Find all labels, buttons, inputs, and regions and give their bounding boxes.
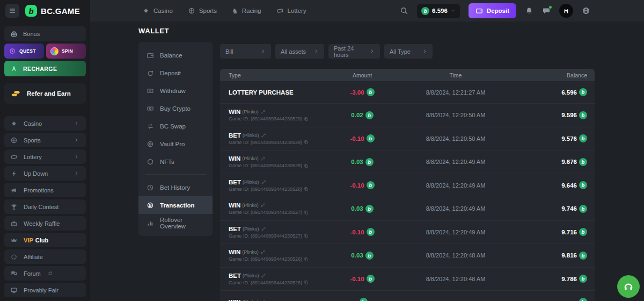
refer-and-earn-button[interactable]: Refer and Earn bbox=[4, 83, 86, 104]
sidebar-item-provably-fair[interactable]: Provably Fair bbox=[4, 283, 86, 297]
wallet-nav-vault-pro[interactable]: Vault Pro bbox=[138, 135, 213, 153]
cell-time: 8/8/2024, 12:20:50 AM bbox=[402, 135, 509, 142]
hamburger-menu-button[interactable] bbox=[5, 4, 19, 18]
support-button[interactable] bbox=[617, 275, 640, 298]
sidebar-item-casino[interactable]: Casino bbox=[4, 116, 86, 131]
copy-icon[interactable] bbox=[304, 280, 309, 285]
game-link-icon[interactable] bbox=[260, 109, 266, 114]
swap-icon bbox=[147, 123, 154, 130]
balance-chip[interactable]: b 6.596 bbox=[417, 4, 460, 18]
menu-icon bbox=[9, 7, 16, 15]
copy-icon[interactable] bbox=[304, 140, 309, 145]
cell-type: BET (Plinko) Game ID: (89144089344423052… bbox=[220, 226, 322, 239]
wallet-nav-withdraw[interactable]: Withdraw bbox=[138, 82, 213, 99]
user-avatar[interactable] bbox=[559, 4, 573, 18]
wallet-nav-rollover-overview[interactable]: Rollover Overview bbox=[138, 214, 213, 232]
language-button[interactable] bbox=[582, 6, 590, 15]
quest-badge[interactable]: QUEST bbox=[4, 44, 44, 59]
sidebar-item-bonus[interactable]: Bonus bbox=[4, 26, 86, 41]
filter-all-type[interactable]: All Type bbox=[384, 44, 433, 59]
filter-all-assets[interactable]: All assets bbox=[275, 44, 324, 59]
wallet-nav-bc-swap[interactable]: BC Swap bbox=[138, 117, 213, 135]
wallet-nav-nfts[interactable]: NFTs bbox=[138, 153, 213, 170]
bcgame-logo[interactable]: b BC.GAME bbox=[25, 5, 80, 17]
table-row[interactable]: WIN (Plinko) b b bbox=[220, 291, 595, 301]
deposit-button[interactable]: Deposit bbox=[469, 3, 516, 18]
copy-icon[interactable] bbox=[304, 187, 309, 191]
bc-coin-icon: b bbox=[579, 134, 587, 142]
globe-icon bbox=[582, 6, 590, 15]
chat-button[interactable] bbox=[542, 6, 551, 15]
table-row[interactable]: WIN (Plinko) Game ID: (89144089344423052… bbox=[220, 244, 595, 268]
game-link-icon[interactable] bbox=[260, 203, 266, 208]
balance-value: 6.596 bbox=[432, 8, 448, 14]
table-row[interactable]: BET (Plinko) Game ID: (89144089344423052… bbox=[220, 174, 595, 198]
amount-value: -0.10 bbox=[350, 135, 364, 142]
wallet-nav-label: Transaction bbox=[160, 202, 195, 209]
table-row[interactable]: WIN (Plinko) Game ID: (89144089344423052… bbox=[220, 150, 595, 174]
copy-icon[interactable] bbox=[304, 233, 309, 238]
bc-coin-icon: b bbox=[367, 88, 375, 96]
cell-amount: 0.03 b bbox=[322, 205, 402, 213]
nav-racing[interactable]: ♞ Racing bbox=[232, 7, 261, 15]
game-link-icon[interactable] bbox=[261, 180, 266, 185]
recharge-button[interactable]: RECHARGE bbox=[4, 61, 86, 76]
sidebar-item-vip-club[interactable]: VIP Club bbox=[4, 233, 86, 247]
game-id: Game ID: (891440893444230526) bbox=[229, 256, 302, 262]
game-link-icon[interactable] bbox=[261, 226, 266, 232]
spin-badge[interactable]: SPIN bbox=[46, 44, 86, 59]
bc-coin-icon: b bbox=[365, 252, 374, 260]
wallet-nav-transaction[interactable]: Transaction bbox=[138, 196, 213, 214]
copy-icon[interactable] bbox=[304, 163, 309, 168]
table-row[interactable]: BET (Plinko) Game ID: (89144089344423052… bbox=[220, 268, 595, 291]
table-row[interactable]: WIN (Plinko) Game ID: (89144089344423052… bbox=[220, 104, 595, 127]
sidebar-item-up-down[interactable]: Up Down bbox=[4, 166, 86, 181]
filter-past-24-hours[interactable]: Past 24 hours bbox=[328, 44, 380, 59]
copy-icon[interactable] bbox=[304, 117, 309, 121]
table-row[interactable]: WIN (Plinko) Game ID: (89144089344423052… bbox=[220, 197, 595, 221]
sidebar-item-label: Daily Contest bbox=[24, 204, 58, 210]
game-link-icon[interactable] bbox=[260, 299, 266, 301]
cell-balance: 9.786 b bbox=[509, 275, 595, 283]
search-button[interactable] bbox=[400, 6, 408, 15]
sidebar-item-label: Weekly Raffle bbox=[24, 220, 60, 227]
game-link-icon[interactable] bbox=[261, 273, 266, 278]
cell-type: WIN (Plinko) bbox=[220, 299, 322, 301]
table-row[interactable]: BET (Plinko) Game ID: (89144089344423052… bbox=[220, 127, 595, 151]
wallet-nav-deposit[interactable]: Deposit bbox=[138, 64, 213, 82]
sidebar-item-forum[interactable]: Forum bbox=[4, 266, 86, 281]
copy-icon[interactable] bbox=[304, 210, 309, 215]
amount-value: 0.02 bbox=[351, 112, 363, 118]
copy-icon[interactable] bbox=[304, 257, 309, 262]
sidebar-item-lottery[interactable]: Lottery bbox=[4, 149, 86, 164]
cell-balance: 9.646 b bbox=[509, 181, 595, 189]
sidebar-item-sports[interactable]: Sports bbox=[4, 133, 86, 147]
wallet-nav-balance[interactable]: Balance bbox=[138, 46, 213, 64]
wallet-nav-buy-crypto[interactable]: Buy Crypto bbox=[138, 99, 213, 117]
game-id: Game ID: (891440893444230527) bbox=[229, 233, 302, 239]
nft-icon bbox=[147, 158, 154, 166]
game-link-icon[interactable] bbox=[260, 249, 266, 255]
game-name: (Plinko) bbox=[243, 180, 259, 185]
sidebar-item-affiliate[interactable]: Affiliate bbox=[4, 249, 86, 264]
game-link-icon[interactable] bbox=[261, 133, 266, 138]
amount-value: 0.03 bbox=[351, 252, 363, 259]
sidebar-item-weekly-raffle[interactable]: Weekly Raffle bbox=[4, 216, 86, 231]
nav-casino[interactable]: Casino bbox=[142, 7, 173, 15]
filter-bill[interactable]: Bill bbox=[220, 44, 271, 59]
nav-lottery[interactable]: Lottery bbox=[276, 7, 306, 15]
table-row[interactable]: LOTTERY PURCHASE -3.00 b 8/8/2024, 12:21… bbox=[220, 81, 595, 104]
cell-time: 8/8/2024, 12:20:48 AM bbox=[402, 276, 509, 282]
cell-balance: 9.716 b bbox=[509, 228, 595, 236]
sidebar-item-promotions[interactable]: Promotions bbox=[4, 183, 86, 197]
bc-coin-icon: b bbox=[579, 111, 587, 119]
game-link-icon[interactable] bbox=[260, 156, 266, 161]
sidebar-item-label: Casino bbox=[24, 120, 42, 127]
wallet-nav-bet-history[interactable]: Bet History bbox=[138, 178, 213, 196]
nav-sports[interactable]: Sports bbox=[188, 7, 217, 15]
bc-coin-icon: b bbox=[421, 7, 429, 15]
sidebar-item-daily-contest[interactable]: Daily Contest bbox=[4, 199, 86, 214]
table-row[interactable]: BET (Plinko) Game ID: (89144089344423052… bbox=[220, 221, 595, 245]
chevron-right-icon bbox=[370, 49, 375, 54]
notifications-button[interactable] bbox=[525, 6, 533, 15]
